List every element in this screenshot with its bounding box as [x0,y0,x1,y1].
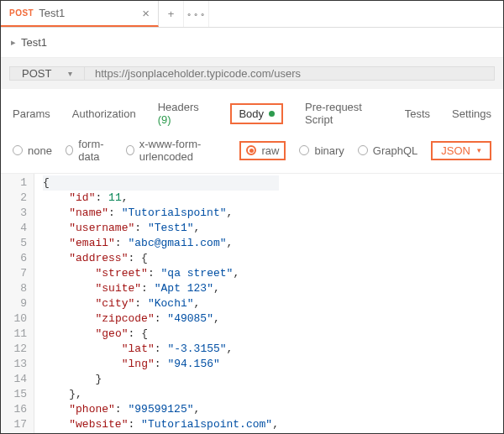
body-type-row: none form-data x-www-form-urlencoded raw… [1,134,503,174]
body-type-raw-highlight: raw [239,141,286,160]
body-type-raw[interactable]: raw [246,144,279,157]
method-label: POST [22,67,51,80]
format-label: JSON [441,144,470,157]
request-url-row: POST ▾ https://jsonplaceholder.typicode.… [1,58,503,89]
tab-overflow-button[interactable]: ∘∘∘ [184,1,209,27]
tab-headers[interactable]: Headers (9) [158,101,209,126]
close-icon[interactable]: × [142,7,150,19]
request-tabs: Params Authorization Headers (9) Body Pr… [1,89,503,134]
headers-count: (9) [158,113,171,126]
new-tab-button[interactable]: + [159,1,184,27]
http-method-select[interactable]: POST ▾ [9,66,85,81]
headers-label: Headers [158,101,199,113]
tab-body[interactable]: Body [230,103,283,124]
body-type-form-data[interactable]: form-data [66,138,113,163]
caret-right-icon: ▸ [11,37,16,48]
code-area[interactable]: { "id": 11, "name": "Tutorialspoint", "u… [34,174,279,434]
line-number-gutter: 123456789101112131415161718 [1,174,34,434]
json-editor[interactable]: 123456789101112131415161718 { "id": 11, … [1,174,503,434]
breadcrumb[interactable]: ▸ Test1 [1,28,503,58]
radio-checked-icon [246,145,256,155]
url-text: https://jsonplaceholder.typicode.com/use… [95,67,301,80]
plus-icon: + [168,8,175,20]
request-name: Test1 [21,36,47,49]
tab-test1[interactable]: POST Test1 × [1,1,159,27]
radio-icon [66,145,73,155]
radio-icon [299,145,309,155]
body-type-x-www-form-urlencoded[interactable]: x-www-form-urlencoded [126,138,226,163]
chevron-down-icon: ▾ [68,69,72,78]
radio-icon [358,145,368,155]
more-icon: ∘∘∘ [186,9,207,18]
tab-bar: POST Test1 × + ∘∘∘ [1,1,503,28]
body-label: Body [239,107,264,120]
tab-method-badge: POST [9,8,34,18]
url-input[interactable]: https://jsonplaceholder.typicode.com/use… [85,66,495,81]
tab-settings[interactable]: Settings [452,107,491,120]
tab-params[interactable]: Params [13,107,50,120]
tab-authorization[interactable]: Authorization [72,107,136,120]
body-type-binary[interactable]: binary [299,144,344,157]
body-type-graphql[interactable]: GraphQL [358,144,417,157]
body-type-none[interactable]: none [13,144,52,157]
tab-prerequest[interactable]: Pre-request Script [305,101,383,126]
radio-icon [13,145,23,155]
raw-format-select[interactable]: JSON ▾ [431,141,491,160]
radio-icon [126,145,134,155]
dot-icon [269,111,275,117]
tab-tests[interactable]: Tests [405,107,430,120]
tab-title: Test1 [39,7,65,19]
chevron-down-icon: ▾ [477,146,481,154]
